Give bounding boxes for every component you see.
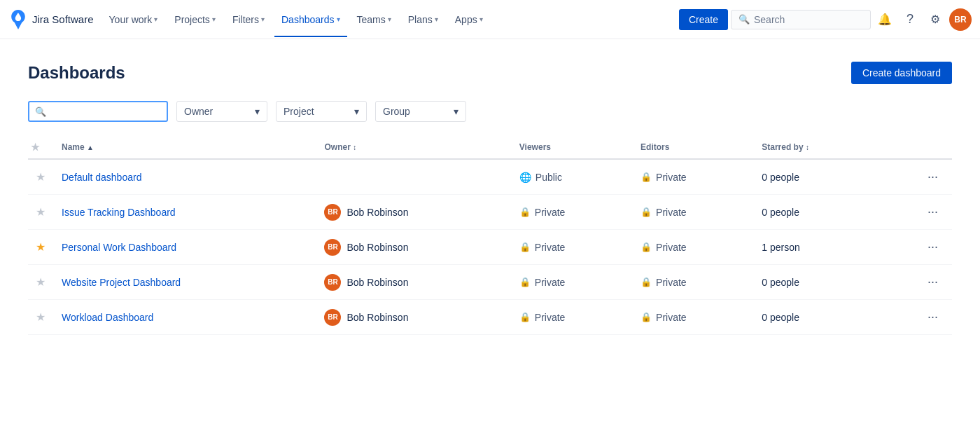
- owner-column-header[interactable]: Owner ↕: [316, 136, 510, 159]
- group-filter[interactable]: Group ▾: [375, 101, 466, 122]
- search-input[interactable]: [754, 14, 863, 25]
- user-avatar[interactable]: BR: [949, 8, 972, 31]
- project-filter[interactable]: Project ▾: [276, 101, 367, 122]
- editors-cell: 🔒Private: [640, 172, 745, 183]
- lock-icon: 🔒: [640, 312, 652, 322]
- create-dashboard-button[interactable]: Create dashboard: [851, 62, 952, 84]
- avatar: BR: [324, 204, 341, 221]
- dashboard-name-link[interactable]: Workload Dashboard: [62, 312, 153, 323]
- chevron-down-icon: ▾: [337, 15, 340, 23]
- globe-icon: 🌐: [519, 172, 531, 183]
- lock-icon: 🔒: [640, 207, 652, 217]
- nav-teams[interactable]: Teams ▾: [350, 8, 398, 31]
- owner-cell: BRBob Robinson: [324, 204, 502, 221]
- chevron-down-icon: ▾: [454, 106, 458, 117]
- nav-plans[interactable]: Plans ▾: [401, 8, 445, 31]
- table-row: ★Workload DashboardBRBob Robinson🔒Privat…: [28, 300, 952, 335]
- lock-icon: 🔒: [519, 242, 531, 252]
- name-column-header[interactable]: Name ▲: [53, 136, 316, 159]
- chevron-down-icon: ▾: [255, 106, 260, 117]
- chevron-down-icon: ▾: [154, 15, 158, 23]
- editors-cell: 🔒Private: [640, 207, 745, 218]
- nav-filters[interactable]: Filters ▾: [225, 8, 272, 31]
- star-button[interactable]: ★: [36, 172, 46, 183]
- star-button[interactable]: ★: [36, 207, 46, 218]
- more-actions-button[interactable]: ···: [922, 307, 944, 327]
- table-row: ★Issue Tracking DashboardBRBob Robinson🔒…: [28, 195, 952, 230]
- viewers-label: Public: [536, 172, 562, 183]
- owner-name: Bob Robinson: [346, 312, 408, 323]
- app-logo[interactable]: Jira Software: [8, 10, 94, 29]
- main-content: Dashboards Create dashboard 🔍 Owner ▾ Pr…: [0, 39, 980, 357]
- chevron-down-icon: ▾: [388, 15, 391, 23]
- more-actions-button[interactable]: ···: [922, 272, 944, 292]
- editors-cell: 🔒Private: [640, 242, 745, 253]
- app-name: Jira Software: [32, 13, 94, 25]
- notifications-button[interactable]: 🔔: [874, 8, 896, 31]
- lock-icon: 🔒: [519, 207, 531, 217]
- editors-label: Private: [656, 172, 687, 183]
- lock-icon: 🔒: [640, 242, 652, 252]
- chevron-down-icon: ▾: [479, 15, 483, 23]
- chevron-down-icon: ▾: [212, 15, 216, 23]
- more-actions-button[interactable]: ···: [922, 237, 944, 257]
- owner-filter[interactable]: Owner ▾: [176, 101, 267, 122]
- avatar: BR: [324, 274, 341, 291]
- sort-icon: ↕: [353, 144, 356, 151]
- viewers-label: Private: [535, 277, 566, 288]
- owner-name: Bob Robinson: [346, 207, 408, 218]
- project-filter-label: Project: [284, 106, 314, 117]
- nav-create-button[interactable]: Create: [679, 9, 728, 30]
- search-icon: 🔍: [35, 106, 46, 117]
- table-row: ★Personal Work DashboardBRBob Robinson🔒P…: [28, 230, 952, 265]
- dashboard-name-link[interactable]: Website Project Dashboard: [62, 277, 181, 288]
- more-actions-button[interactable]: ···: [922, 167, 944, 187]
- dashboard-name-link[interactable]: Personal Work Dashboard: [62, 242, 176, 253]
- editors-label: Private: [656, 207, 687, 218]
- help-button[interactable]: ?: [899, 8, 921, 31]
- starred-by-cell: 0 people: [753, 195, 877, 230]
- table-header-row: ★ Name ▲ Owner ↕ Viewers Editors Starred: [28, 136, 952, 159]
- editors-cell: 🔒Private: [640, 277, 745, 288]
- editors-column-header: Editors: [632, 136, 753, 159]
- starred-by-cell: 0 people: [753, 300, 877, 335]
- gear-icon: ⚙: [930, 13, 940, 26]
- lock-icon: 🔒: [519, 312, 531, 322]
- starred-by-cell: 0 people: [753, 265, 877, 300]
- viewers-cell: 🔒Private: [519, 207, 624, 218]
- table-row: ★Website Project DashboardBRBob Robinson…: [28, 265, 952, 300]
- navbar: Jira Software Your work ▾ Projects ▾ Fil…: [0, 0, 980, 39]
- filters-row: 🔍 Owner ▾ Project ▾ Group ▾: [28, 101, 952, 122]
- dashboard-search-box[interactable]: 🔍: [28, 101, 168, 122]
- star-button[interactable]: ★: [36, 242, 46, 253]
- owner-cell: BRBob Robinson: [324, 239, 502, 256]
- settings-button[interactable]: ⚙: [924, 8, 946, 31]
- editors-cell: 🔒Private: [640, 312, 745, 323]
- viewers-cell: 🌐Public: [519, 172, 624, 183]
- nav-your-work[interactable]: Your work ▾: [102, 8, 165, 31]
- dashboard-name-link[interactable]: Issue Tracking Dashboard: [62, 207, 176, 218]
- nav-dashboards[interactable]: Dashboards ▾: [274, 8, 347, 31]
- viewers-label: Private: [535, 242, 566, 253]
- dashboards-table: ★ Name ▲ Owner ↕ Viewers Editors Starred: [28, 136, 952, 335]
- nav-projects[interactable]: Projects ▾: [167, 8, 223, 31]
- avatar: BR: [324, 239, 341, 256]
- actions-column-header: [878, 136, 952, 159]
- starred-by-cell: 0 people: [753, 159, 877, 195]
- star-column-header: ★: [28, 136, 53, 159]
- starred-by-column-header[interactable]: Starred by ↕: [753, 136, 877, 159]
- search-box[interactable]: 🔍: [731, 10, 871, 29]
- nav-apps[interactable]: Apps ▾: [448, 8, 490, 31]
- starred-by-cell: 1 person: [753, 230, 877, 265]
- owner-filter-label: Owner: [184, 106, 213, 117]
- owner-cell: BRBob Robinson: [324, 309, 502, 326]
- viewers-cell: 🔒Private: [519, 312, 624, 323]
- lock-icon: 🔒: [640, 277, 652, 287]
- dashboard-name-link[interactable]: Default dashboard: [62, 172, 141, 183]
- star-button[interactable]: ★: [36, 312, 46, 323]
- editors-label: Private: [656, 242, 687, 253]
- viewers-label: Private: [535, 312, 566, 323]
- dashboard-search-input[interactable]: [50, 106, 161, 117]
- star-button[interactable]: ★: [36, 277, 46, 288]
- more-actions-button[interactable]: ···: [922, 202, 944, 222]
